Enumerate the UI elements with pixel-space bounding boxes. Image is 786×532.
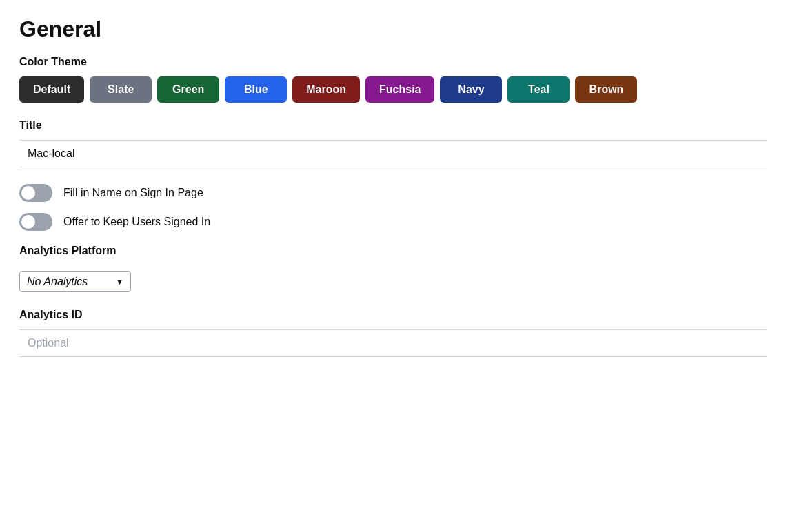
color-btn-slate[interactable]: Slate (90, 76, 152, 103)
page-title: General (19, 17, 767, 42)
analytics-id-input[interactable] (19, 329, 767, 357)
color-btn-teal[interactable]: Teal (507, 76, 570, 103)
fill-name-toggle[interactable] (19, 184, 52, 202)
fill-name-slider (19, 184, 52, 202)
title-section: Title (19, 119, 767, 167)
keep-signed-in-toggle-section: Offer to Keep Users Signed In (19, 213, 767, 231)
analytics-id-section: Analytics ID (19, 309, 767, 357)
dropdown-arrow-icon: ▼ (116, 278, 123, 286)
title-label: Title (19, 119, 767, 132)
analytics-select-wrapper[interactable]: No Analytics Google Analytics Mixpanel ▼ (19, 271, 131, 292)
keep-signed-in-label: Offer to Keep Users Signed In (63, 216, 210, 228)
fill-name-toggle-section: Fill in Name on Sign In Page (19, 184, 767, 202)
color-btn-green[interactable]: Green (157, 76, 219, 103)
color-btn-default[interactable]: Default (19, 76, 84, 103)
keep-signed-in-slider (19, 213, 52, 231)
analytics-platform-label: Analytics Platform (19, 245, 767, 257)
fill-name-label: Fill in Name on Sign In Page (63, 187, 203, 199)
analytics-id-label: Analytics ID (19, 309, 767, 321)
color-buttons-group: Default Slate Green Blue Maroon Fuchsia … (19, 76, 767, 103)
color-btn-blue[interactable]: Blue (225, 76, 287, 103)
color-theme-section: Color Theme Default Slate Green Blue Mar… (19, 56, 767, 103)
color-btn-maroon[interactable]: Maroon (292, 76, 360, 103)
color-btn-navy[interactable]: Navy (440, 76, 502, 103)
analytics-platform-select[interactable]: No Analytics Google Analytics Mixpanel (27, 276, 116, 287)
title-input[interactable] (19, 140, 767, 167)
analytics-platform-section: Analytics Platform No Analytics Google A… (19, 245, 767, 292)
color-theme-label: Color Theme (19, 56, 767, 68)
color-btn-fuchsia[interactable]: Fuchsia (365, 76, 434, 103)
color-btn-brown[interactable]: Brown (575, 76, 637, 103)
keep-signed-in-toggle[interactable] (19, 213, 52, 231)
